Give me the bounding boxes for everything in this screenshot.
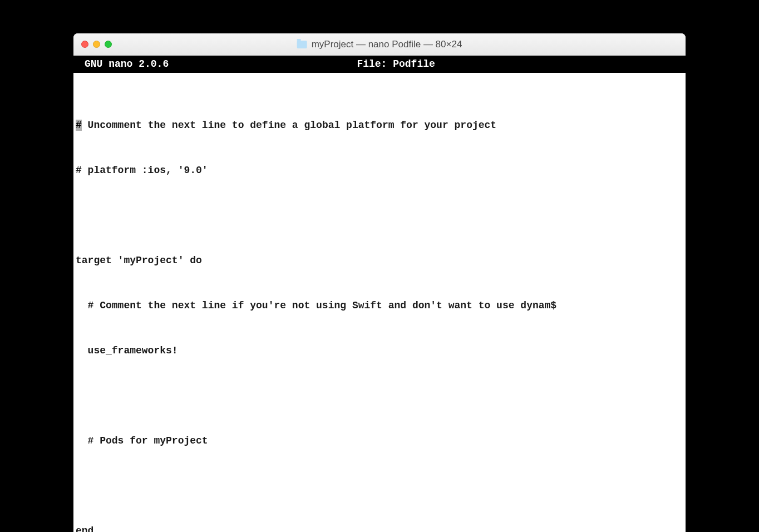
spacer — [73, 73, 686, 88]
terminal-body[interactable]: GNU nano 2.0.6 File: Podfile # Uncomment… — [73, 56, 686, 532]
editor-line[interactable] — [76, 208, 683, 223]
window-title: myProject — nano Podfile — 80×24 — [312, 39, 462, 50]
editor-content[interactable]: # Uncomment the next line to define a gl… — [73, 88, 686, 532]
editor-line[interactable] — [76, 388, 683, 403]
minimize-button[interactable] — [93, 41, 100, 48]
close-button[interactable] — [81, 41, 88, 48]
traffic-lights — [81, 41, 112, 48]
cursor: # — [76, 120, 82, 131]
editor-line[interactable]: # Comment the next line if you're not us… — [76, 298, 683, 313]
window-title-area: myProject — nano Podfile — 80×24 — [297, 39, 462, 50]
editor-line[interactable]: end — [76, 524, 683, 532]
nano-file-label: File: Podfile — [113, 57, 679, 72]
folder-icon — [297, 41, 307, 48]
editor-line[interactable]: # Pods for myProject — [76, 434, 683, 449]
editor-line[interactable]: use_frameworks! — [76, 343, 683, 358]
editor-line[interactable] — [76, 479, 683, 494]
maximize-button[interactable] — [105, 41, 112, 48]
terminal-window: myProject — nano Podfile — 80×24 GNU nan… — [73, 33, 686, 532]
editor-line[interactable]: # Uncomment the next line to define a gl… — [76, 118, 683, 133]
editor-line[interactable]: target 'myProject' do — [76, 253, 683, 268]
nano-header-bar: GNU nano 2.0.6 File: Podfile — [73, 56, 686, 73]
editor-line[interactable]: # platform :ios, '9.0' — [76, 163, 683, 178]
window-titlebar[interactable]: myProject — nano Podfile — 80×24 — [73, 33, 686, 56]
